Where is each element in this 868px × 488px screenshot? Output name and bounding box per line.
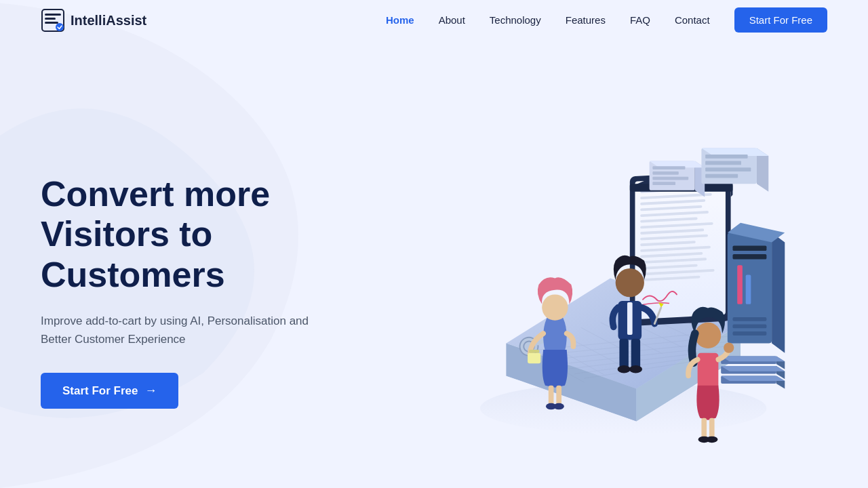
nav-features[interactable]: Features [566,14,606,26]
hero-subtitle: Improve add-to-cart by using AI, Persona… [41,312,326,348]
svg-rect-50 [732,325,766,329]
svg-point-93 [724,342,734,352]
svg-rect-3 [45,18,56,20]
svg-rect-56 [652,166,685,169]
nav-about[interactable]: About [439,14,465,26]
svg-rect-2 [45,14,61,16]
svg-rect-58 [652,177,688,180]
svg-rect-46 [732,254,766,260]
svg-rect-47 [737,265,743,304]
svg-point-84 [616,268,644,297]
logo-area: IntelliAssist [41,8,146,33]
svg-point-91 [706,436,717,443]
arrow-icon: → [144,384,157,398]
hero-illustration [393,81,827,488]
hero-section: Convert more Visitors to Customers Impro… [0,41,868,488]
svg-rect-61 [705,155,747,159]
svg-rect-48 [746,275,751,304]
nav-links: Home About Technology Features FAQ Conta… [386,14,827,26]
svg-rect-62 [705,161,741,165]
svg-rect-49 [732,317,766,321]
svg-point-5 [56,23,64,31]
svg-rect-89 [709,418,715,438]
svg-rect-81 [631,339,640,368]
svg-rect-64 [705,174,738,178]
brand-name: IntelliAssist [71,13,146,28]
hero-cta-label: Start For Free [62,384,138,398]
svg-rect-77 [529,350,539,353]
svg-rect-72 [556,386,561,405]
svg-rect-59 [652,182,675,185]
svg-rect-51 [732,331,766,336]
svg-rect-88 [701,418,707,438]
hero-title: Convert more Visitors to Customers [41,174,393,296]
nav-cta-button[interactable]: Start For Free [734,7,827,33]
svg-rect-80 [619,339,628,368]
svg-point-83 [629,365,642,373]
svg-point-74 [553,403,564,410]
svg-rect-57 [652,171,678,175]
svg-point-92 [695,323,721,348]
hero-svg-illustration [420,122,800,447]
svg-rect-63 [705,167,751,171]
logo-icon [41,8,65,33]
svg-rect-71 [549,386,554,405]
svg-rect-79 [627,302,633,335]
svg-point-75 [542,294,568,320]
nav-contact[interactable]: Contact [675,14,710,26]
hero-content: Convert more Visitors to Customers Impro… [41,161,393,409]
svg-point-82 [618,365,631,373]
navbar: IntelliAssist Home About Technology Feat… [0,0,868,41]
nav-technology[interactable]: Technology [490,14,541,26]
hero-cta-button[interactable]: Start For Free → [41,373,178,409]
svg-rect-45 [732,245,766,251]
nav-home[interactable]: Home [386,14,414,26]
nav-faq[interactable]: FAQ [630,14,650,26]
svg-rect-76 [528,353,540,363]
svg-rect-87 [698,353,719,389]
svg-rect-4 [45,22,58,24]
